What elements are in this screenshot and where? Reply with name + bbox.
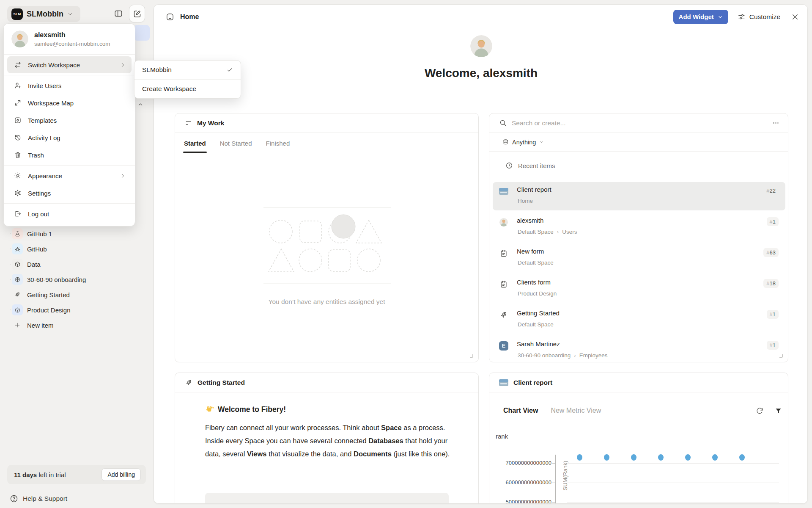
result-breadcrumb: Product Design (518, 290, 557, 297)
client-report-widget: Client report Chart View New Metric View… (489, 373, 788, 504)
menu-item-appearance[interactable]: Appearance (7, 167, 132, 184)
chevron-up-icon (137, 101, 145, 108)
trial-banner: 11 days left in trial Add billing (7, 465, 146, 484)
widget-header: Getting Started (175, 373, 478, 392)
report-view-tabs: Chart View New Metric View (503, 407, 601, 414)
logout-icon (14, 210, 22, 218)
search-icon (499, 119, 507, 127)
menu-item-invite-users[interactable]: Invite Users (7, 77, 132, 94)
menu-item-workspace-map[interactable]: Workspace Map (7, 94, 132, 111)
data-point[interactable] (658, 454, 664, 461)
search-result-alexsmith[interactable]: alexsmith Default Space›Users #1 (493, 213, 785, 241)
add-widget-button[interactable]: Add Widget (673, 10, 728, 24)
axis-tick (552, 483, 555, 483)
search-type-filter[interactable]: Anything (489, 133, 788, 152)
widget-header: Client report (489, 373, 788, 392)
customize-button[interactable]: Customize (738, 13, 780, 21)
submenu-item-slmobbin[interactable]: SLMobbin (134, 61, 241, 79)
widget-resize-handle[interactable] (779, 354, 783, 358)
tab-home[interactable]: Home (165, 12, 199, 22)
expand-chevron-icon[interactable] (0, 247, 11, 251)
data-point[interactable] (739, 454, 745, 461)
widget-resize-handle[interactable] (470, 354, 473, 358)
menu-item-label: Activity Log (28, 134, 60, 141)
result-title: Getting Started (517, 309, 560, 317)
sidebar-item-github-1[interactable]: GitHub 1 (0, 226, 154, 241)
workspace-switcher-button[interactable]: SLM SLMobbin (7, 6, 80, 22)
search-result-client-report[interactable]: Client report Home #22 (493, 182, 785, 210)
expand-chevron-icon[interactable] (0, 308, 11, 312)
user-avatar (11, 30, 28, 47)
sidebar-toggle-button[interactable] (111, 6, 126, 21)
sidebar-item-product-design[interactable]: Product Design (0, 302, 154, 318)
search-result-new-form[interactable]: New form Default Space #63 (493, 244, 785, 272)
menu-item-trash[interactable]: Trash (7, 146, 132, 163)
data-point[interactable] (631, 454, 636, 461)
tab-chart-view[interactable]: Chart View (503, 407, 538, 414)
data-point[interactable] (577, 454, 582, 461)
sidebar-item-30-60-90-onboarding[interactable]: 30-60-90 onboarding (0, 272, 154, 287)
empty-state-illustration (258, 198, 397, 289)
data-point[interactable] (712, 454, 718, 461)
user-name: alexsmith (34, 31, 110, 39)
menu-divider (4, 165, 135, 166)
sidebar-item-data[interactable]: Data (0, 257, 154, 272)
result-breadcrumb: Default Space (518, 321, 554, 328)
invite-user-icon (14, 82, 22, 89)
chevron-down-icon (539, 140, 544, 144)
menu-item-settings[interactable]: Settings (7, 185, 132, 202)
workspace-name: SLMobbin (27, 10, 63, 19)
rank-badge: #1 (767, 341, 779, 350)
rocket-icon (185, 379, 192, 387)
menu-item-label: Templates (28, 117, 57, 124)
menu-item-label: Workspace Map (28, 99, 74, 107)
submenu-item-create-workspace[interactable]: Create Workspace (134, 80, 241, 98)
home-icon (165, 12, 175, 22)
search-input[interactable] (512, 119, 768, 127)
rank-badge: #22 (763, 186, 779, 195)
expand-chevron-icon[interactable] (0, 277, 11, 282)
search-result-clients-form[interactable]: Clients form Product Design #18 (493, 275, 785, 303)
result-breadcrumb: 30-60-90 onboarding (518, 352, 571, 359)
menu-item-templates[interactable]: Templates (7, 112, 132, 129)
rank-badge: #1 (767, 310, 779, 319)
close-icon[interactable] (790, 11, 801, 22)
help-support-button[interactable]: Help & Support (10, 494, 67, 503)
search-result-sarah-martinez[interactable]: E Sarah Martinez 30-60-90 onboarding›Emp… (493, 337, 785, 365)
sidebar-new-item[interactable]: New item (0, 318, 154, 333)
templates-icon (14, 116, 22, 124)
gear-icon (14, 189, 22, 197)
data-point[interactable] (604, 454, 609, 461)
tab-not-started[interactable]: Not Started (220, 140, 252, 153)
new-entity-button[interactable] (129, 5, 145, 22)
welcome-avatar (470, 35, 492, 57)
tab-finished[interactable]: Finished (266, 140, 290, 153)
tab-new-metric-view[interactable]: New Metric View (551, 407, 601, 414)
expand-chevron-icon[interactable] (0, 232, 11, 236)
form-icon (499, 279, 508, 289)
scroll-up-indicator[interactable] (137, 101, 145, 108)
tab-started[interactable]: Started (184, 140, 206, 153)
plus-icon (12, 320, 23, 331)
filter-funnel-icon[interactable] (775, 407, 782, 414)
menu-item-activity-log[interactable]: Activity Log (7, 129, 132, 146)
sidebar-item-label: Data (27, 261, 41, 268)
expand-chevron-icon[interactable] (0, 262, 11, 266)
more-options-icon[interactable] (772, 119, 779, 127)
search-result-getting-started[interactable]: Getting Started Default Space #1 (493, 306, 785, 334)
add-widget-label: Add Widget (679, 13, 714, 20)
sidebar-item-github[interactable]: GitHub (0, 241, 154, 257)
flask-icon (12, 228, 23, 239)
sidebar-item-getting-started[interactable]: Getting Started (0, 287, 154, 302)
add-billing-button[interactable]: Add billing (102, 468, 141, 481)
data-point[interactable] (685, 454, 691, 461)
brightness-icon (14, 172, 22, 179)
menu-item-switch-workspace[interactable]: Switch Workspace (7, 56, 132, 73)
refresh-icon[interactable] (756, 407, 764, 415)
workspace-submenu: SLMobbin Create Workspace (134, 60, 241, 99)
sidebar-item-label: Getting Started (27, 291, 70, 298)
gs-paragraph: Fibery can connect all your work process… (205, 421, 451, 461)
rocket-icon (499, 310, 508, 320)
menu-item-log-out[interactable]: Log out (7, 205, 132, 222)
gridline (567, 483, 779, 483)
